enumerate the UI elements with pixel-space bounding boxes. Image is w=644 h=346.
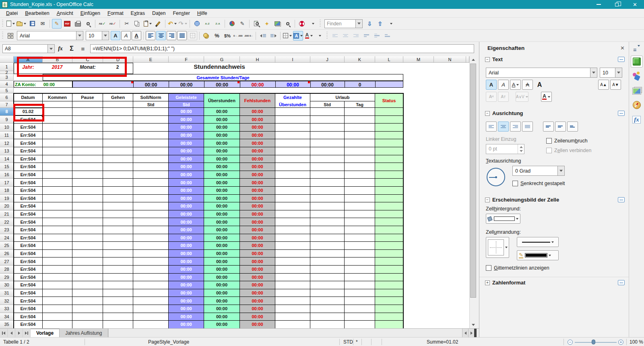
cell-a26[interactable]: Err:504 <box>14 250 43 258</box>
menu-einfgen[interactable]: Einfügen <box>77 10 104 17</box>
find-input[interactable]: Finden <box>324 19 363 28</box>
cell-l19[interactable] <box>375 195 403 203</box>
sidebar-tab-gallery[interactable] <box>631 84 643 97</box>
cell-l10[interactable] <box>375 124 403 132</box>
cell-b22[interactable] <box>43 218 72 226</box>
cell-b9[interactable] <box>43 116 72 124</box>
sum-indicator[interactable]: Summe=01.02 <box>427 339 458 345</box>
cell-a15[interactable]: Err:504 <box>14 163 43 171</box>
cell-a23[interactable]: Err:504 <box>14 226 43 234</box>
function-wizard-button[interactable]: fx <box>55 44 66 53</box>
cell-j10[interactable] <box>310 124 345 132</box>
cell-e32[interactable] <box>133 297 169 305</box>
cell-c12[interactable] <box>72 139 103 147</box>
cell-b20[interactable] <box>43 202 72 210</box>
cell-j31[interactable] <box>310 289 345 297</box>
cell-c28[interactable] <box>72 266 103 274</box>
sidebar-tab-styles[interactable] <box>631 70 643 82</box>
borders-button[interactable] <box>283 31 292 41</box>
header-gezahlte[interactable]: Gezahlte <box>275 93 310 101</box>
find-next-button[interactable]: ⇩ <box>365 19 374 29</box>
cell-l22[interactable] <box>375 218 403 226</box>
row-header-30[interactable]: 30 <box>0 281 14 289</box>
column-header-f[interactable]: F <box>169 56 204 63</box>
cell-f8[interactable]: 00:00 <box>169 108 204 116</box>
standard-format-button[interactable]: $% <box>223 31 232 41</box>
header-datum[interactable]: Datum <box>14 93 43 101</box>
cell-j8[interactable] <box>310 108 345 116</box>
cell-l32[interactable] <box>375 297 403 305</box>
cell-d30[interactable] <box>103 281 133 289</box>
cell-f35[interactable]: 00:00 <box>169 321 204 328</box>
character-spacing-button[interactable]: A∨V <box>516 92 528 102</box>
font-size-combo[interactable]: 10 <box>86 31 109 40</box>
menu-daten[interactable]: Daten <box>149 10 169 17</box>
cell-i32[interactable] <box>275 297 310 305</box>
edit-mode-button[interactable]: ✎ <box>52 19 62 29</box>
indent-spinner[interactable]: 0 pt <box>486 144 524 154</box>
cell-c16[interactable] <box>72 171 103 179</box>
cell-i13[interactable] <box>275 147 310 155</box>
show-gridlines-checkbox[interactable] <box>486 265 491 271</box>
cell-h11[interactable]: 00:00 <box>240 132 275 140</box>
align-top-button[interactable] <box>543 122 554 132</box>
cell-a20[interactable]: Err:504 <box>14 202 43 210</box>
cell-d35[interactable] <box>103 321 133 328</box>
increase-font-button[interactable]: A▲ <box>598 80 609 90</box>
spellcheck-button[interactable]: AB✓ <box>97 19 107 29</box>
cell-l18[interactable] <box>375 187 403 195</box>
cell-b25[interactable] <box>43 242 72 250</box>
cell-d15[interactable] <box>103 163 133 171</box>
cell-d22[interactable] <box>103 218 133 226</box>
cell-g18[interactable]: 00:00 <box>204 187 240 195</box>
cell-l11[interactable] <box>375 132 403 140</box>
cell-j34[interactable] <box>310 313 345 321</box>
cell-g30[interactable]: 00:00 <box>204 281 240 289</box>
cell-h27[interactable]: 00:00 <box>240 257 275 266</box>
cell-a7[interactable] <box>14 101 43 108</box>
cell-h26[interactable]: 00:00 <box>240 250 275 258</box>
cell-b19[interactable] <box>43 195 72 203</box>
header-urlaub[interactable]: Urlaub <box>310 93 375 101</box>
sum-button[interactable]: Σ <box>66 44 77 53</box>
cell-f21[interactable]: 00:00 <box>169 210 204 218</box>
cell-f9[interactable]: 00:00 <box>169 116 204 124</box>
sidebar-align-right-button[interactable] <box>510 122 521 132</box>
cell-e15[interactable] <box>133 163 169 171</box>
zoom-button[interactable] <box>283 19 293 29</box>
cell-e18[interactable] <box>133 187 169 195</box>
cell-e10[interactable] <box>133 124 169 132</box>
cell-f34[interactable]: 00:00 <box>169 313 204 321</box>
hscroll-left-button[interactable] <box>462 329 468 337</box>
cell-g29[interactable]: 00:00 <box>204 274 240 282</box>
auto-spellcheck-button[interactable]: AB✓ <box>108 19 118 29</box>
cell-e22[interactable] <box>133 218 169 226</box>
row-header-21[interactable]: 21 <box>0 210 14 218</box>
cell-g22[interactable]: 00:00 <box>204 218 240 226</box>
cell-b26[interactable] <box>43 250 72 258</box>
expand-number-section[interactable]: + <box>485 280 490 285</box>
cell-f20[interactable]: 00:00 <box>169 202 204 210</box>
cell-e30[interactable] <box>133 281 169 289</box>
cell-c18[interactable] <box>72 187 103 195</box>
cell-d12[interactable] <box>103 139 133 147</box>
align-object-bottom-button[interactable] <box>382 31 392 41</box>
insert-chart-button[interactable] <box>227 19 237 29</box>
cell-i21[interactable] <box>275 210 310 218</box>
align-center-button[interactable] <box>156 31 166 40</box>
decrease-font-button[interactable]: A▼ <box>610 80 621 90</box>
cell-k8[interactable] <box>345 108 375 116</box>
cell-d14[interactable] <box>103 155 133 163</box>
cell-g4[interactable]: 00:00 <box>204 82 240 88</box>
row-header-26[interactable]: 26 <box>0 250 14 258</box>
cell-a30[interactable]: Err:504 <box>14 281 43 289</box>
cell-f28[interactable]: 00:00 <box>169 266 204 274</box>
paste-button[interactable] <box>143 19 153 29</box>
cell-a14[interactable]: Err:504 <box>14 155 43 163</box>
cell-h16[interactable]: 00:00 <box>240 171 275 179</box>
cell-k17[interactable] <box>345 179 375 187</box>
cell-i9[interactable] <box>275 116 310 124</box>
header-kommen[interactable]: Kommen <box>43 93 72 101</box>
column-header-a[interactable]: A <box>14 56 43 63</box>
format-paintbrush-button[interactable] <box>153 19 163 29</box>
